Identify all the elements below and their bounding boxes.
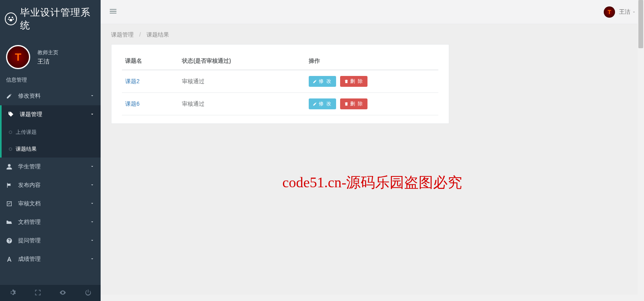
submenu-label: 上传课题 xyxy=(16,129,37,136)
svg-point-3 xyxy=(13,18,14,20)
edit-icon xyxy=(6,93,14,99)
gear-icon[interactable] xyxy=(9,289,16,297)
sidebar-item-label: 文档管理 xyxy=(18,219,90,226)
topbar-user-name: 王洁 xyxy=(619,8,630,16)
avatar: T xyxy=(6,45,30,69)
trash-icon xyxy=(344,79,349,84)
pencil-icon xyxy=(313,102,317,106)
table-row: 课题2 审核通过 修 改 删 除 xyxy=(122,70,438,93)
sidebar-item-question-manage[interactable]: 提问管理 xyxy=(0,231,101,250)
paw-icon xyxy=(5,12,17,25)
breadcrumb: 课题管理 / 课题结果 xyxy=(111,31,634,39)
sidebar-item-student-manage[interactable]: 学生管理 xyxy=(0,158,101,176)
delete-button-label: 删 除 xyxy=(350,78,363,85)
submenu-upload-topic[interactable]: 上传课题 xyxy=(2,124,101,141)
sidebar-item-label: 修改资料 xyxy=(18,92,90,100)
sidebar-item-label: 发布内容 xyxy=(18,182,90,189)
user-role: 教师主页 xyxy=(37,49,58,56)
th-status: 状态(是否审核通过) xyxy=(179,53,305,70)
sidebar-item-review-doc[interactable]: 审核文档 xyxy=(0,195,101,213)
brand-title: 毕业设计管理系统 xyxy=(20,6,96,32)
sidebar: 毕业设计管理系统 T 教师主页 王洁 信息管理 修改资料 课题管理 上传课题 xyxy=(0,0,101,301)
sidebar-item-publish[interactable]: 发布内容 xyxy=(0,176,101,195)
sidebar-item-label: 学生管理 xyxy=(18,163,90,170)
scrollbar-vertical[interactable] xyxy=(638,0,644,301)
topbar: T 王洁 xyxy=(101,0,644,24)
delete-button[interactable]: 删 除 xyxy=(340,98,367,109)
chevron-down-icon xyxy=(90,238,95,244)
sidebar-item-grade-manage[interactable]: 成绩管理 xyxy=(0,250,101,268)
sidebar-item-doc-manage[interactable]: 文档管理 xyxy=(0,213,101,231)
breadcrumb-l1[interactable]: 课题管理 xyxy=(111,31,134,38)
sidebar-nav: 修改资料 课题管理 上传课题 课题结果 学生管理 xyxy=(0,87,101,268)
svg-point-4 xyxy=(9,19,12,21)
sidebar-item-topic-manage[interactable]: 课题管理 xyxy=(2,105,101,124)
content: 课题管理 / 课题结果 课题名 状态(是否审核通过) 操作 课题2 审核通过 xyxy=(101,24,644,301)
svg-point-2 xyxy=(8,18,9,20)
sidebar-item-label: 课题管理 xyxy=(20,111,90,118)
svg-point-0 xyxy=(9,16,10,18)
pencil-icon xyxy=(313,79,317,84)
breadcrumb-l2: 课题结果 xyxy=(147,31,169,38)
check-square-icon xyxy=(6,201,14,207)
cell-actions: 修 改 删 除 xyxy=(305,93,438,115)
submenu-topic-result[interactable]: 课题结果 xyxy=(2,141,101,158)
topic-table: 课题名 状态(是否审核通过) 操作 课题2 审核通过 修 改 xyxy=(122,53,438,115)
th-name: 课题名 xyxy=(122,53,179,70)
chevron-down-icon xyxy=(90,256,95,262)
user-dropdown[interactable]: T 王洁 xyxy=(604,6,636,18)
result-panel: 课题名 状态(是否审核通过) 操作 课题2 审核通过 修 改 xyxy=(111,44,449,124)
delete-button[interactable]: 删 除 xyxy=(340,76,367,87)
chevron-down-icon xyxy=(90,111,95,118)
cell-topic-name[interactable]: 课题6 xyxy=(122,93,179,115)
chevron-down-icon xyxy=(90,164,95,170)
section-label: 信息管理 xyxy=(0,76,101,87)
avatar-small: T xyxy=(604,6,615,18)
menu-toggle-icon[interactable] xyxy=(109,7,118,17)
power-icon[interactable] xyxy=(85,289,92,297)
scrollbar-thumb[interactable] xyxy=(638,0,643,48)
sidebar-submenu: 上传课题 课题结果 xyxy=(2,124,101,158)
main: T 王洁 课题管理 / 课题结果 课题名 状态(是否审核通过) 操作 xyxy=(101,0,644,301)
chevron-down-icon xyxy=(90,219,95,225)
edit-button-label: 修 改 xyxy=(319,100,332,107)
cell-actions: 修 改 删 除 xyxy=(305,70,438,93)
chevron-down-icon xyxy=(90,93,95,99)
edit-button[interactable]: 修 改 xyxy=(309,98,336,109)
delete-button-label: 删 除 xyxy=(350,100,363,107)
user-panel: T 教师主页 王洁 xyxy=(0,38,101,76)
th-action: 操作 xyxy=(305,53,438,70)
sidebar-item-label: 成绩管理 xyxy=(18,256,90,263)
sidebar-footer xyxy=(0,285,101,301)
chevron-down-icon xyxy=(90,201,95,207)
flag-icon xyxy=(6,182,14,188)
tag-icon xyxy=(8,111,16,118)
chevron-down-icon xyxy=(90,182,95,188)
caret-down-icon xyxy=(632,9,636,15)
table-row: 课题6 审核通过 修 改 删 除 xyxy=(122,93,438,115)
folder-open-icon xyxy=(6,219,14,225)
watermark-text: code51.cn-源码乐园盗图必究 xyxy=(283,173,462,192)
svg-point-1 xyxy=(12,16,13,18)
cell-topic-name[interactable]: 课题2 xyxy=(122,70,179,93)
edit-button[interactable]: 修 改 xyxy=(309,76,336,87)
expand-icon[interactable] xyxy=(34,289,41,297)
font-icon xyxy=(6,256,14,262)
user-icon xyxy=(6,164,14,170)
user-name: 王洁 xyxy=(37,58,58,66)
trash-icon xyxy=(344,102,349,106)
sidebar-item-edit-profile[interactable]: 修改资料 xyxy=(0,87,101,105)
cell-status: 审核通过 xyxy=(179,70,305,93)
scrollbar-horizontal[interactable] xyxy=(101,295,638,301)
sidebar-item-label: 审核文档 xyxy=(18,200,90,207)
cell-status: 审核通过 xyxy=(179,93,305,115)
eye-icon[interactable] xyxy=(59,289,66,297)
submenu-label: 课题结果 xyxy=(16,145,37,153)
sidebar-item-label: 提问管理 xyxy=(18,237,90,244)
brand: 毕业设计管理系统 xyxy=(0,0,101,38)
breadcrumb-separator: / xyxy=(139,31,141,38)
question-circle-icon xyxy=(6,238,14,244)
edit-button-label: 修 改 xyxy=(319,78,332,85)
